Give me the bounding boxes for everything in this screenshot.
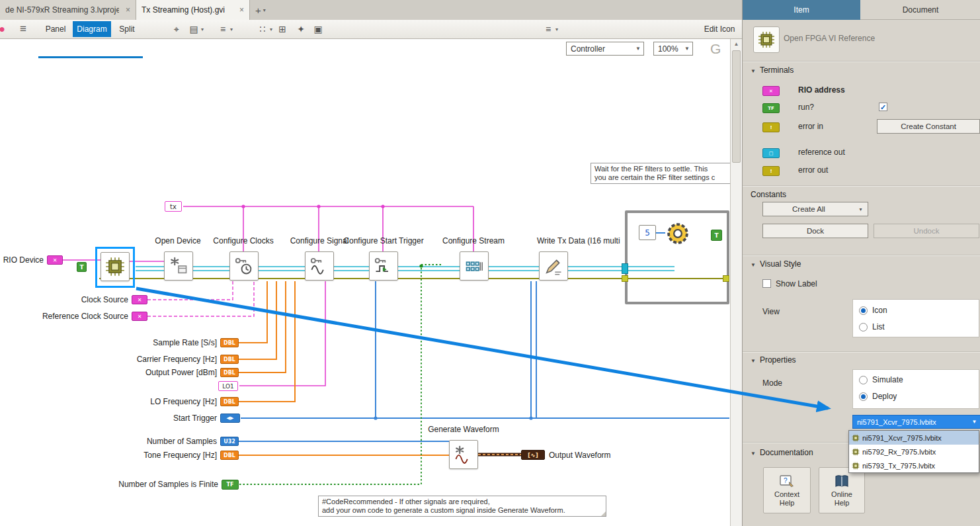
- samples-finite-terminal[interactable]: TF: [222, 480, 239, 490]
- true-constant[interactable]: T: [77, 262, 87, 272]
- tx-stream-label[interactable]: tx: [165, 201, 182, 212]
- diagram-view-button[interactable]: Diagram: [73, 21, 111, 37]
- bitfile-icon: [852, 462, 860, 470]
- node-configure-start-trigger[interactable]: [369, 251, 398, 281]
- run-checkbox[interactable]: ✓: [879, 103, 887, 111]
- clock-source-terminal[interactable]: ✕: [132, 295, 147, 304]
- mode-deploy-radio[interactable]: [859, 392, 868, 401]
- wait-comment-line2: you are certain the RF filter settings c: [594, 173, 727, 182]
- dock-button[interactable]: Dock: [762, 224, 868, 238]
- mode-groupbox: [852, 369, 979, 409]
- lo-frequency-terminal[interactable]: DBL: [220, 397, 239, 406]
- bitfile-combobox[interactable]: ni5791_Xcvr_7975.lvbitx ▼: [852, 415, 980, 429]
- target-select[interactable]: Controller ▼: [566, 42, 644, 56]
- node-configure-signal[interactable]: [305, 251, 334, 281]
- online-help-label: Online Help: [827, 490, 856, 507]
- create-all-dropdown[interactable]: Create All: [762, 202, 868, 216]
- undock-button[interactable]: Undock: [874, 224, 979, 238]
- loop-tunnel-error-in[interactable]: [622, 275, 628, 282]
- bitfile-option-3[interactable]: ni5793_Tx_7975.lvbitx: [849, 459, 979, 472]
- output-waveform-terminal[interactable]: [∿]: [521, 450, 545, 460]
- group-icon[interactable]: ▣: [311, 22, 325, 36]
- node-label-generate-waveform: Generate Waveform: [407, 425, 520, 434]
- node-label-write-tx-data: Write Tx Data (I16 multi: [537, 236, 620, 245]
- loop-tunnel-reference[interactable]: [622, 263, 628, 274]
- wait-node[interactable]: [665, 221, 690, 246]
- node-write-tx-data[interactable]: [539, 251, 568, 281]
- probe-pin-icon[interactable]: ⌖: [169, 22, 184, 36]
- check-icon: ✓: [880, 104, 886, 110]
- zoom-select-value: 100%: [654, 44, 682, 54]
- node-configure-stream[interactable]: [460, 251, 489, 281]
- rio-device-terminal[interactable]: ✕: [47, 255, 63, 265]
- mode-simulate-radio[interactable]: [859, 376, 868, 384]
- section-documentation[interactable]: ▼Documentation: [751, 448, 813, 457]
- output-power-terminal[interactable]: DBL: [220, 368, 239, 377]
- context-help-button[interactable]: Context Help: [763, 467, 811, 513]
- section-properties[interactable]: ▼Properties: [751, 355, 796, 365]
- tab-document[interactable]: Document: [860, 0, 980, 20]
- number-of-samples-terminal[interactable]: U32: [220, 437, 239, 446]
- resize-grid-icon[interactable]: ⊞: [275, 22, 290, 36]
- wire-group-reference[interactable]: [136, 267, 674, 271]
- view-list-radio[interactable]: [859, 323, 868, 331]
- loop-condition-constant[interactable]: T: [711, 230, 722, 241]
- align-caret-icon[interactable]: ▾: [230, 26, 233, 32]
- tab-item[interactable]: Item: [743, 0, 860, 20]
- tab-project[interactable]: de NI-579xR Streaming 3.lvproject * ×: [0, 0, 136, 20]
- section-visual-style[interactable]: ▼Visual Style: [751, 259, 801, 269]
- tab-project-close-icon[interactable]: ×: [126, 5, 130, 15]
- split-view-button[interactable]: Split: [111, 21, 143, 37]
- wire-group-boolean[interactable]: [239, 265, 442, 484]
- new-tab-button[interactable]: + ▾: [251, 0, 270, 20]
- scrollbar-thumb[interactable]: [732, 50, 741, 163]
- menu-icon[interactable]: ≡: [16, 22, 30, 36]
- create-all-caret-icon[interactable]: ▾: [854, 202, 868, 216]
- cleanup-wand-icon[interactable]: ✦: [294, 22, 308, 36]
- show-label-checkbox[interactable]: [762, 279, 771, 288]
- order-caret-icon[interactable]: ▾: [201, 26, 204, 32]
- node-generate-waveform[interactable]: [449, 440, 478, 469]
- control-label-output-waveform: Output Waveform: [549, 451, 611, 460]
- zoom-select[interactable]: 100% ▼: [653, 42, 693, 56]
- section-terminals[interactable]: ▼Terminals: [751, 66, 794, 75]
- bitfile-combobox-value: ni5791_Xcvr_7975.lvbitx: [853, 418, 969, 426]
- bitfile-option-1[interactable]: ni5791_Xcvr_7975.lvbitx: [849, 431, 979, 445]
- order-layers-icon[interactable]: ▤: [186, 22, 201, 36]
- reference-out-type-icon: □: [762, 148, 780, 158]
- view-switch-underline: [38, 56, 143, 58]
- panel-view-button[interactable]: Panel: [38, 21, 73, 37]
- reference-clock-source-terminal[interactable]: ✕: [132, 312, 147, 321]
- view-icon-radio[interactable]: [859, 306, 868, 315]
- collapse-icon: ▼: [751, 262, 756, 268]
- carrier-frequency-terminal[interactable]: DBL: [220, 355, 239, 364]
- chevron-down-icon: ▾: [263, 7, 266, 13]
- lo1-constant[interactable]: LO1: [218, 381, 238, 391]
- tab-gvi-close-icon[interactable]: ×: [239, 5, 244, 15]
- wait-count-constant[interactable]: 5: [639, 225, 656, 240]
- section-documentation-label: Documentation: [760, 448, 813, 457]
- loop-tunnel-error-out[interactable]: [723, 275, 729, 282]
- distribute-icon[interactable]: ∷: [255, 22, 270, 36]
- wait-comment[interactable]: Wait for the RF filters to settle. This …: [591, 163, 731, 184]
- code-recommended-comment[interactable]: #CodeRecommended - If other signals are …: [318, 496, 606, 517]
- node-open-device[interactable]: [164, 251, 193, 281]
- list-order-caret-icon[interactable]: ▾: [555, 26, 558, 32]
- sample-rate-terminal[interactable]: DBL: [220, 338, 239, 347]
- create-constant-button[interactable]: Create Constant: [877, 119, 980, 134]
- node-configure-clocks[interactable]: [229, 251, 259, 281]
- vertical-scrollbar[interactable]: ▲: [730, 38, 742, 526]
- tone-frequency-terminal[interactable]: DBL: [220, 451, 239, 460]
- scroll-up-icon[interactable]: ▲: [731, 38, 742, 50]
- edit-icon-button[interactable]: Edit Icon: [700, 21, 739, 37]
- bitfile-option-2[interactable]: ni5792_Rx_7975.lvbitx: [849, 445, 979, 459]
- start-trigger-terminal[interactable]: ◀▶: [220, 414, 240, 423]
- tab-gvi[interactable]: Tx Streaming (Host).gvi ×: [136, 0, 250, 20]
- record-icon[interactable]: ●: [0, 22, 9, 36]
- distribute-caret-icon[interactable]: ▾: [270, 26, 272, 32]
- align-icon[interactable]: ≡: [216, 22, 230, 36]
- wire-group-clock-source[interactable]: [147, 281, 254, 316]
- online-help-button[interactable]: Online Help: [819, 467, 865, 513]
- list-order-icon[interactable]: ≡: [541, 22, 555, 36]
- labview-editor-window: G: [0, 0, 980, 526]
